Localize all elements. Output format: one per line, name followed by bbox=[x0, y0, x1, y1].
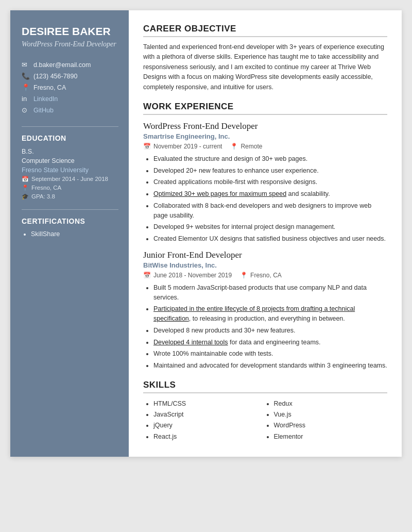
phone-text: (123) 456-7890 bbox=[33, 73, 77, 80]
job-2: Junior Front-End Developer BitWise Indus… bbox=[143, 250, 387, 371]
certifications-list: SkillShare bbox=[22, 230, 118, 238]
sidebar: DESIREE BAKER WordPress Front-End Develo… bbox=[10, 10, 129, 457]
location-text: Fresno, CA bbox=[33, 84, 66, 91]
work-experience-heading: WORK EXPERIENCE bbox=[143, 102, 387, 115]
linkedin-item[interactable]: in LinkedIn bbox=[22, 95, 118, 103]
edu-degree: B.S. Computer Science bbox=[22, 147, 118, 165]
underline-text: Optimized 30+ web pages for maximum spee… bbox=[153, 190, 286, 197]
career-objective-heading: CAREER OBJECTIVE bbox=[143, 24, 387, 37]
github-link[interactable]: GitHub bbox=[33, 107, 54, 114]
calendar-icon: 📅 bbox=[22, 176, 29, 182]
skill-item: Redux bbox=[274, 398, 388, 409]
gpa-icon: 🎓 bbox=[22, 193, 29, 200]
main-content: CAREER OBJECTIVE Talented and experience… bbox=[129, 10, 402, 457]
job-1-meta: 📅 November 2019 - current 📍 Remote bbox=[143, 143, 387, 150]
skill-item: HTML/CSS bbox=[153, 398, 267, 409]
bullet-item: Collaborated with 8 back-end developers … bbox=[153, 201, 387, 221]
bullet-item: Wrote 100% maintainable code with tests. bbox=[153, 349, 387, 359]
job-1-bullets: Evaluated the structure and design of 30… bbox=[143, 154, 387, 244]
sidebar-divider-2 bbox=[22, 209, 118, 210]
bullet-item: Developed 20+ new features to enhance us… bbox=[153, 166, 387, 176]
job-2-location: 📍 Fresno, CA bbox=[240, 272, 282, 279]
job-2-dates: 📅 June 2018 - November 2019 bbox=[143, 272, 232, 279]
certifications-heading: CERTIFICATIONS bbox=[22, 217, 118, 225]
contact-section: ✉ d.baker@email.com 📞 (123) 456-7890 📍 F… bbox=[22, 61, 118, 114]
bullet-item: Developed 8 new products and 30+ new fea… bbox=[153, 326, 387, 336]
location-icon: 📍 bbox=[22, 84, 30, 91]
skill-item: jQuery bbox=[153, 420, 267, 431]
edu-school: Fresno State University bbox=[22, 167, 118, 174]
location-item: 📍 Fresno, CA bbox=[22, 84, 118, 91]
email-item: ✉ d.baker@email.com bbox=[22, 61, 118, 69]
linkedin-icon: in bbox=[22, 95, 30, 103]
job-2-company: BitWise Industries, Inc. bbox=[143, 261, 387, 269]
career-objective-text: Talented and experienced front-end devel… bbox=[143, 42, 387, 92]
skill-item: Vue.js bbox=[274, 409, 388, 420]
bullet-item: Created applications mobile-first with r… bbox=[153, 177, 387, 187]
candidate-name: DESIREE BAKER bbox=[22, 25, 118, 38]
bullet-item: Participated in the entire lifecycle of … bbox=[153, 304, 387, 324]
skill-item: React.js bbox=[153, 431, 267, 442]
resume-wrapper: DESIREE BAKER WordPress Front-End Develo… bbox=[10, 10, 402, 457]
job-1: WordPress Front-End Developer Smartrise … bbox=[143, 121, 387, 244]
job-2-title: Junior Front-End Developer bbox=[143, 250, 387, 260]
linkedin-link[interactable]: LinkedIn bbox=[33, 95, 58, 103]
education-heading: EDUCATION bbox=[22, 134, 118, 142]
github-icon: ⊙ bbox=[22, 106, 30, 114]
job-1-dates: 📅 November 2019 - current bbox=[143, 143, 222, 150]
edu-location-icon: 📍 bbox=[22, 185, 29, 191]
cert-item: SkillShare bbox=[31, 230, 118, 238]
location-icon-2: 📍 bbox=[240, 272, 248, 279]
bullet-item: Evaluated the structure and design of 30… bbox=[153, 154, 387, 164]
bullet-item: Built 5 modern JavaScript-based products… bbox=[153, 283, 387, 303]
skill-item: WordPress bbox=[274, 420, 388, 431]
skill-item: Elementor bbox=[274, 431, 388, 442]
bullet-item: Developed 4 internal tools for data and … bbox=[153, 338, 387, 347]
job-1-location: 📍 Remote bbox=[230, 143, 262, 150]
job-2-bullets: Built 5 modern JavaScript-based products… bbox=[143, 283, 387, 371]
skill-item: JavaScript bbox=[153, 409, 267, 420]
calendar-icon-1: 📅 bbox=[143, 143, 151, 150]
bullet-item: Created Elementor UX designs that satisf… bbox=[153, 234, 387, 244]
location-icon-1: 📍 bbox=[230, 143, 238, 150]
edu-gpa: 🎓 GPA: 3.8 bbox=[22, 193, 118, 200]
underline-text-3: Developed 4 internal tools bbox=[153, 339, 228, 346]
job-2-meta: 📅 June 2018 - November 2019 📍 Fresno, CA bbox=[143, 272, 387, 279]
github-item[interactable]: ⊙ GitHub bbox=[22, 106, 118, 114]
edu-location: 📍 Fresno, CA bbox=[22, 185, 118, 191]
skills-list: HTML/CSS JavaScript jQuery React.js Redu… bbox=[143, 398, 387, 442]
phone-icon: 📞 bbox=[22, 72, 30, 80]
calendar-icon-2: 📅 bbox=[143, 272, 151, 279]
bullet-item: Optimized 30+ web pages for maximum spee… bbox=[153, 189, 387, 199]
bullet-item: Developed 9+ websites for internal proje… bbox=[153, 222, 387, 232]
candidate-title: WordPress Front-End Developer bbox=[22, 40, 118, 49]
phone-item: 📞 (123) 456-7890 bbox=[22, 72, 118, 80]
sidebar-divider bbox=[22, 126, 118, 127]
edu-dates: 📅 September 2014 - June 2018 bbox=[22, 176, 118, 182]
job-1-company: Smartrise Engineering, Inc. bbox=[143, 132, 387, 140]
bullet-item: Maintained and advocated for development… bbox=[153, 361, 387, 371]
email-text: d.baker@email.com bbox=[33, 61, 91, 69]
underline-text-2: Participated in the entire lifecycle of … bbox=[153, 305, 355, 322]
email-icon: ✉ bbox=[22, 61, 30, 69]
job-1-title: WordPress Front-End Developer bbox=[143, 121, 387, 131]
skills-heading: SKILLS bbox=[143, 380, 387, 393]
